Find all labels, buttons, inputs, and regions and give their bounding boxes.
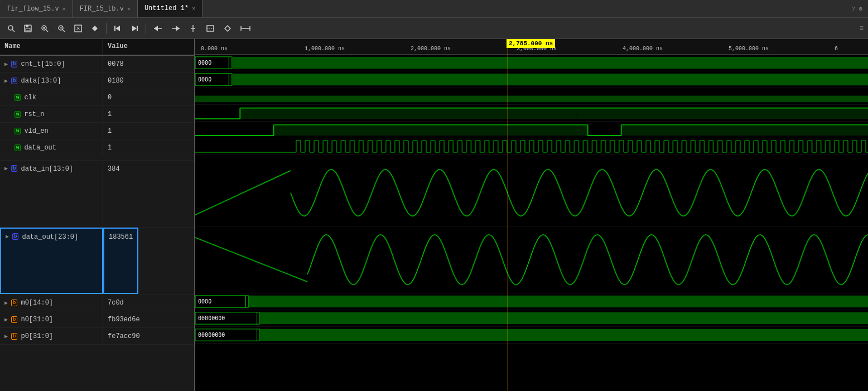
save-button[interactable] [21, 22, 35, 35]
signal-row-p0[interactable]: ▶ b p0[31:0] fe7acc90 [0, 328, 194, 345]
svg-rect-4 [26, 28, 30, 31]
left-panel: Name Value ▶ b cnt_t[15:0] 0078 ▶ b data… [0, 39, 195, 391]
expand-n0[interactable]: ▶ [4, 316, 8, 323]
tab-close-fir-flow[interactable]: ✕ [62, 6, 66, 12]
signal-row-n0[interactable]: ▶ b n0[31:0] fb93ed6e [0, 311, 194, 328]
svg-text:0000: 0000 [198, 299, 211, 305]
wire-icon-vld-en: w [15, 128, 21, 134]
step-back-button[interactable] [151, 22, 165, 35]
add-marker-button[interactable] [186, 22, 200, 35]
signal-value-clk: 0 [103, 89, 116, 105]
marker2-button[interactable] [221, 22, 234, 35]
tab-fir-tb[interactable]: FIR_15_tb.v ✕ [73, 0, 138, 17]
signal-name-vld-en: w vld_en [0, 123, 103, 139]
svg-rect-77 [260, 329, 868, 341]
wave-data-in [195, 160, 868, 226]
svg-marker-20 [132, 26, 137, 31]
svg-marker-22 [154, 26, 158, 31]
svg-point-0 [8, 26, 13, 30]
wave-svg-data: 0000 [195, 71, 868, 88]
bus-icon-data-in: b [11, 165, 17, 172]
signal-name-data-in: ▶ b data_in[13:0] [0, 161, 103, 227]
bus-icon-data-out: b [12, 233, 18, 240]
expand-p0[interactable]: ▶ [4, 333, 8, 340]
signal-row-spacer1 [0, 156, 194, 161]
svg-line-10 [62, 30, 65, 32]
time-label-2000: 2,000.000 ns [411, 46, 451, 52]
signal-value-data-in: 384 [103, 161, 124, 227]
toolbar-right-icon: ≡ [860, 25, 864, 32]
signal-row-data[interactable]: ▶ b data[13:0] 0180 [0, 73, 194, 89]
signal-row-data-in[interactable]: ▶ b data_in[13:0] 384 [0, 161, 194, 228]
signal-value-m0: 7c0d [103, 295, 128, 311]
signal-row-data-out-bus[interactable]: ▶ b data_out[23:0] 183561 [0, 228, 194, 295]
expand-data-out-bus[interactable]: ▶ [6, 233, 9, 240]
search-button[interactable] [4, 22, 18, 35]
wave-vld-en [195, 122, 868, 138]
tab-bar-right-icons: ? ⚙ [851, 5, 868, 12]
toolbar: ≡ [0, 18, 868, 39]
svg-rect-59 [621, 124, 868, 136]
signal-name-clk: w clk [0, 89, 103, 105]
signal-value-rst-n: 1 [103, 106, 116, 122]
signal-row-data-out-wire[interactable]: w data_out 1 [0, 139, 194, 156]
wave-spacer1 [195, 155, 868, 160]
time-label-4000: 4,000.000 ns [623, 46, 663, 52]
tab-close-untitled[interactable]: ✕ [192, 5, 195, 12]
fit-button[interactable] [71, 22, 85, 35]
snap-button[interactable] [88, 22, 102, 35]
waveform-rows: 0000 0000 [195, 55, 868, 391]
expand-data-in[interactable]: ▶ [4, 165, 8, 172]
tab-close-fir-tb[interactable]: ✕ [127, 6, 131, 12]
wave-svg-clk: /* generated in canvas below */ [195, 88, 868, 104]
signal-row-vld-en[interactable]: w vld_en 1 [0, 123, 194, 139]
svg-rect-27 [207, 26, 214, 31]
wave-svg-n0: 00000000 [195, 310, 868, 326]
svg-line-1 [12, 30, 15, 32]
svg-rect-38 [232, 57, 868, 69]
expand-data[interactable]: ▶ [4, 78, 8, 84]
svg-rect-49 [240, 107, 576, 119]
signal-row-cnt-t[interactable]: ▶ b cnt_t[15:0] 0078 [0, 56, 194, 73]
last-button[interactable] [128, 22, 141, 35]
time-label-5000: 5,000.000 ns [729, 46, 769, 52]
zoom-out-button[interactable] [55, 22, 68, 35]
waveform-panel[interactable]: 2,785.000 ns 0.000 ns 1,000.000 ns 2,000… [195, 39, 868, 391]
svg-rect-71 [260, 312, 868, 324]
svg-text:0000: 0000 [198, 77, 211, 83]
zoom-in-button[interactable] [38, 22, 51, 35]
svg-rect-3 [26, 25, 28, 27]
svg-text:00000000: 00000000 [198, 332, 225, 339]
first-button[interactable] [111, 22, 124, 35]
signal-row-m0[interactable]: ▶ b m0[14:0] 7c0d [0, 295, 194, 311]
signal-name-n0: ▶ b n0[31:0] [0, 311, 103, 327]
signal-value-p0: fe7acc90 [103, 328, 144, 344]
bus-icon-data: b [11, 78, 17, 84]
time-label-1000: 1,000.000 ns [305, 46, 345, 52]
signal-row-clk[interactable]: w clk 0 [0, 89, 194, 106]
signal-list[interactable]: ▶ b cnt_t[15:0] 0078 ▶ b data[13:0] 0180 [0, 56, 194, 391]
wave-clk: /* generated in canvas below */ [195, 88, 868, 105]
expand-cnt-t[interactable]: ▶ [4, 61, 8, 67]
wave-svg-cnt-t: 0000 [195, 55, 868, 71]
expand-m0[interactable]: ▶ [4, 300, 8, 306]
time-label-6000: 6 [835, 46, 838, 52]
tab-untitled[interactable]: Untitled 1* ✕ [138, 0, 202, 17]
signal-value-vld-en: 1 [103, 123, 116, 139]
signal-name-data: ▶ b data[13:0] [0, 73, 103, 89]
measure-button[interactable] [238, 22, 253, 35]
marker1-button[interactable] [203, 22, 218, 35]
name-column-header: Name [0, 39, 103, 55]
wave-m0: 0000 [195, 293, 868, 310]
signal-row-rst-n[interactable]: w rst_n 1 [0, 106, 194, 123]
wire-icon-data-out: w [15, 144, 21, 151]
step-fwd-button[interactable] [168, 22, 183, 35]
wave-data-out-wire [195, 138, 868, 155]
svg-marker-18 [115, 26, 120, 31]
svg-line-6 [46, 30, 48, 32]
cursor-label: 2,785.000 ns [507, 39, 555, 48]
svg-marker-29 [225, 26, 230, 31]
signal-name-m0: ▶ b m0[14:0] [0, 295, 103, 311]
bus-icon-n0: b [11, 316, 17, 323]
tab-fir-flow[interactable]: fir_flow_15.v ✕ [0, 0, 73, 17]
